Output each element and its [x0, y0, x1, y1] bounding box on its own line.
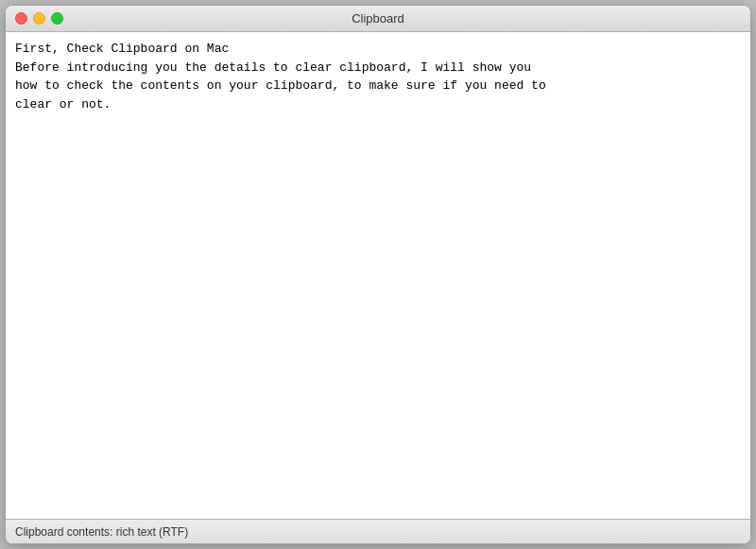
clipboard-content: First, Check Clipboard on Mac Before int… — [15, 40, 741, 113]
window-title: Clipboard — [352, 11, 404, 26]
status-text: Clipboard contents: rich text (RTF) — [15, 525, 188, 539]
title-bar: Clipboard — [6, 6, 750, 32]
status-bar: Clipboard contents: rich text (RTF) — [6, 519, 750, 543]
traffic-lights — [15, 12, 63, 25]
content-area[interactable]: First, Check Clipboard on Mac Before int… — [6, 32, 750, 519]
maximize-button[interactable] — [51, 12, 63, 25]
close-button[interactable] — [15, 12, 27, 25]
clipboard-window: Clipboard First, Check Clipboard on Mac … — [5, 5, 751, 544]
minimize-button[interactable] — [33, 12, 45, 25]
